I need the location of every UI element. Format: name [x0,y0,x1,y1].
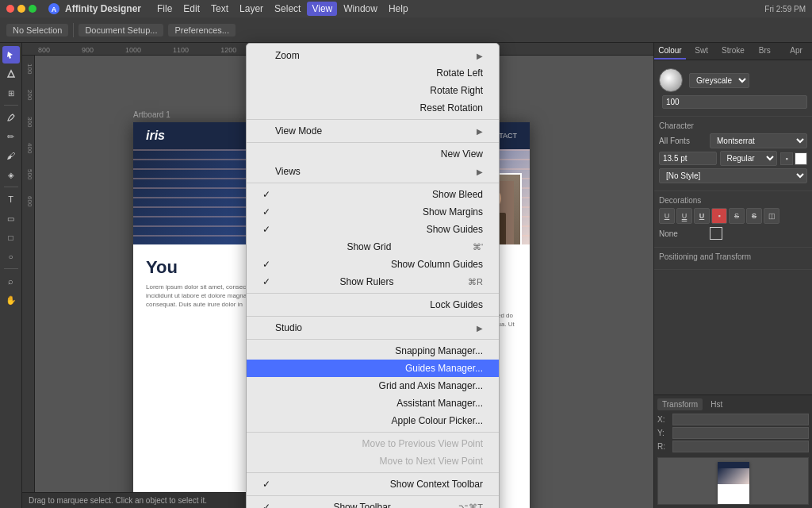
menu-show-rulers[interactable]: Show Rulers ⌘R [247,273,499,291]
hst-tab[interactable]: Hst [706,398,727,410]
hand-tool[interactable]: ✋ [2,291,20,309]
ruler-vertical: 100 200 300 400 500 600 [22,56,35,508]
menu-text[interactable]: Text [206,2,233,16]
system-time: Fri 2:59 PM [764,5,806,13]
sep-8 [247,472,499,473]
preferences-button[interactable]: Preferences... [168,24,235,37]
stroke-colour-btn[interactable]: ◫ [764,208,779,224]
colour-swatch-1[interactable]: ▪ [780,152,793,165]
menu-assistant-manager[interactable]: Assistant Manager... [247,394,499,412]
shape-tool[interactable]: ▭ [2,210,20,227]
menu-show-guides[interactable]: Show Guides [247,221,499,238]
menu-file[interactable]: File [152,2,177,16]
menu-layer[interactable]: Layer [235,2,268,16]
menu-rotate-left[interactable]: Rotate Left [247,64,499,82]
opacity-row [659,95,807,109]
colour-picker[interactable] [659,68,683,92]
positioning-title: Positioning and Transform [659,252,807,261]
menu-grid-axis-manager[interactable]: Grid and Axis Manager... [247,377,499,394]
pen-tool[interactable] [2,109,20,126]
text-tool[interactable]: T [2,190,20,208]
sep-7 [247,432,499,433]
menu-move-prev-view: Move to Previous View Point [247,435,499,452]
underline-btn[interactable]: U [659,208,675,224]
positioning-section: Positioning and Transform [654,248,812,270]
menu-reset-rotation[interactable]: Reset Rotation [247,99,499,117]
menu-show-grid[interactable]: Show Grid ⌘' [247,238,499,256]
close-button[interactable] [6,5,14,13]
menu-zoom[interactable]: Zoom ▶ [247,47,499,64]
title-bar: A Affinity Designer File Edit Text Layer… [0,0,812,17]
crop-tool[interactable]: ⊞ [2,84,20,102]
fill-colour-btn[interactable]: ▪ [711,208,727,224]
font-select[interactable]: Montserrat [710,133,807,148]
tab-stroke[interactable]: Stroke [718,43,749,60]
views-arrow: ▶ [477,167,483,176]
menu-apple-colour-picker[interactable]: Apple Colour Picker... [247,412,499,429]
x-label: X: [657,415,669,424]
tab-swt[interactable]: Swt [686,43,718,60]
menu-show-column-guides[interactable]: Show Column Guides [247,256,499,273]
view-dropdown-menu: Zoom ▶ Rotate Left Rotate Right Reset Ro… [246,43,500,508]
r-input[interactable] [672,441,809,452]
menu-help[interactable]: Help [384,2,413,16]
menu-edit[interactable]: Edit [178,2,205,16]
y-input[interactable] [672,427,809,439]
zoom-tool[interactable]: ⌕ [2,272,20,290]
view-mode-arrow: ▶ [477,127,483,136]
sep-3 [247,183,499,183]
opacity-input[interactable] [662,95,807,109]
pencil-tool[interactable]: ✏ [2,128,20,145]
menu-lock-guides[interactable]: Lock Guides [247,296,499,314]
tab-colour[interactable]: Colour [654,43,686,60]
app-name: Affinity Designer [65,3,141,14]
y-row: Y: [657,427,809,439]
no-selection-indicator: No Selection [6,24,68,37]
underline-btn-3[interactable]: U [694,208,710,224]
menu-show-margins[interactable]: Show Margins [247,203,499,221]
text-style-select[interactable]: [No Style] [659,168,807,183]
menu-view[interactable]: View [307,2,337,16]
colour-swatch-2[interactable] [795,152,807,165]
menu-studio[interactable]: Studio ▶ [247,319,499,337]
menu-guides-manager[interactable]: Guides Manager... [247,360,499,377]
tool-separator [4,105,18,106]
underline-btn-2[interactable]: U [676,208,692,224]
strikethrough-btn-2[interactable]: S [746,208,762,224]
menu-new-view[interactable]: New View [247,145,499,163]
node-tool[interactable] [2,65,20,83]
menu-views[interactable]: Views ▶ [247,163,499,180]
ellipse-tool[interactable]: ○ [2,248,20,265]
font-size-input[interactable] [659,152,717,165]
x-input[interactable] [672,414,809,425]
document-setup-button[interactable]: Document Setup... [79,24,163,37]
menu-select[interactable]: Select [270,2,305,16]
strikethrough-btn[interactable]: S [729,208,745,224]
font-style-select[interactable]: Regular [720,151,778,166]
rect-tool[interactable]: □ [2,229,20,246]
show-toolbar-shortcut: ⌥⌘T [458,502,483,509]
menu-snapping-manager[interactable]: Snapping Manager... [247,342,499,360]
app-icon: A [48,2,60,15]
fill-tool[interactable]: ◈ [2,166,20,183]
menu-rotate-right[interactable]: Rotate Right [247,82,499,99]
menu-show-toolbar[interactable]: Show Toolbar ⌥⌘T [247,498,499,508]
minimize-button[interactable] [17,5,25,13]
transform-tab[interactable]: Transform [657,398,703,410]
brush-tool[interactable]: 🖌 [2,147,20,164]
fullscreen-button[interactable] [29,5,36,13]
sep-1 [247,119,499,120]
document-thumbnail [657,457,809,505]
menu-view-mode[interactable]: View Mode ▶ [247,122,499,140]
tab-apr[interactable]: Apr [780,43,812,60]
right-panel: Colour Swt Stroke Brs Apr Greyscale [653,43,812,508]
select-tool[interactable] [2,46,20,64]
sep-9 [247,495,499,496]
style-row: [No Style] [659,168,807,183]
menu-show-bleed[interactable]: Show Bleed [247,186,499,203]
bottom-sub-panel: Transform Hst X: Y: R: [654,394,812,508]
menu-show-context-toolbar[interactable]: Show Context Toolbar [247,475,499,493]
colour-mode-select[interactable]: Greyscale [689,73,749,88]
tab-brs[interactable]: Brs [749,43,780,60]
menu-window[interactable]: Window [339,2,382,16]
